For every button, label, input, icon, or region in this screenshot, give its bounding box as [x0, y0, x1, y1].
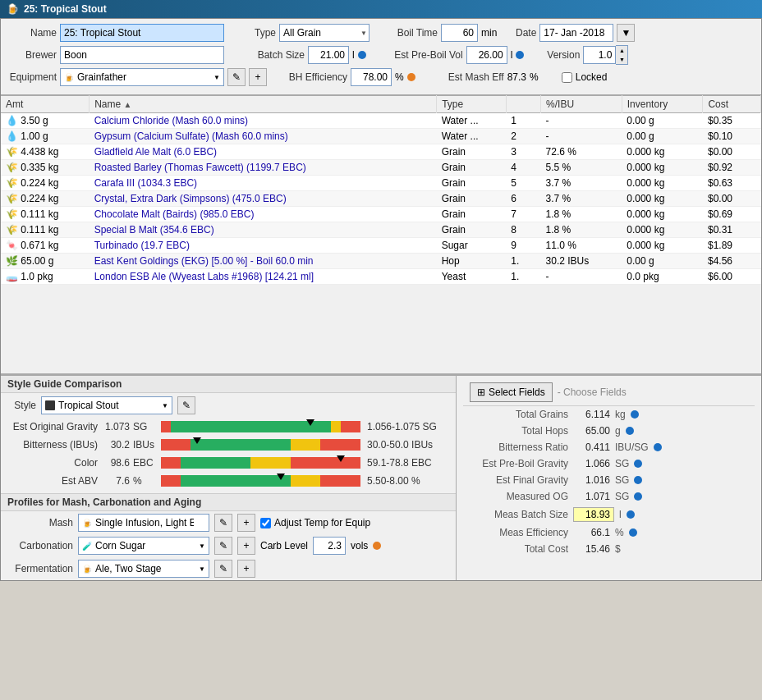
col-name[interactable]: Name ▲ — [90, 96, 437, 113]
cell-pct-ibu: 3.7 % — [541, 191, 622, 207]
cell-num: 5 — [506, 176, 540, 191]
carbonation-add-btn[interactable]: + — [237, 537, 255, 555]
fermentation-edit-btn[interactable]: ✎ — [214, 560, 232, 578]
cell-amt: 🌾 0.335 kg — [1, 160, 90, 176]
cell-inventory: 0.000 kg — [622, 160, 703, 176]
table-row[interactable]: 🌾 0.111 kg Chocolate Malt (Bairds) (985.… — [1, 207, 761, 222]
mash-select[interactable]: 🍺 Single Infusion, Light Body, No Ma... — [78, 514, 209, 532]
gauge-unit: % — [133, 475, 158, 487]
bh-efficiency-unit: % — [395, 71, 404, 83]
locked-checkbox[interactable] — [562, 72, 572, 83]
equipment-add-btn[interactable]: + — [249, 68, 267, 86]
carb-level-input[interactable] — [313, 537, 346, 555]
bar-segment — [331, 421, 341, 432]
field-dot — [634, 476, 642, 484]
batch-size-input[interactable] — [308, 46, 349, 64]
select-fields-button[interactable]: ⊞ Select Fields — [470, 382, 553, 402]
field-row: Total Cost 15.46 $ — [463, 541, 755, 557]
col-pct-ibu[interactable]: %/IBU — [541, 96, 622, 113]
date-input[interactable] — [539, 24, 613, 42]
cell-cost: $4.56 — [703, 254, 761, 269]
name-input[interactable] — [60, 24, 224, 42]
est-mash-eff-unit: % — [530, 71, 539, 83]
cell-name: Gladfield Ale Malt (6.0 EBC) — [90, 144, 437, 160]
equipment-edit-btn[interactable]: ✎ — [227, 68, 246, 86]
cell-name: Special B Malt (354.6 EBC) — [90, 222, 437, 238]
bh-efficiency-input[interactable] — [351, 68, 392, 86]
table-row[interactable]: 🌾 0.111 kg Special B Malt (354.6 EBC) Gr… — [1, 222, 761, 238]
cell-cost: $1.89 — [703, 238, 761, 254]
mash-edit-btn[interactable]: ✎ — [214, 514, 232, 532]
cell-pct-ibu: 3.7 % — [541, 176, 622, 191]
cell-name: East Kent Goldings (EKG) [5.00 %] - Boil… — [90, 254, 437, 269]
bar-segment — [250, 457, 291, 469]
cell-pct-ibu: - — [541, 269, 622, 285]
cell-inventory: 0.00 g — [622, 129, 703, 144]
col-cost[interactable]: Cost — [703, 96, 761, 113]
style-edit-btn[interactable]: ✎ — [177, 396, 195, 414]
form-row-1: Name Type All Grain Boil Time min Date ▼ — [7, 24, 755, 42]
version-up-button[interactable]: ▲ — [616, 46, 627, 55]
fermentation-select[interactable]: 🍺 Ale, Two Stage ▼ — [78, 560, 209, 578]
select-fields-label: Select Fields — [489, 387, 545, 398]
gauge-bar-container — [161, 456, 360, 469]
gauge-rows: Est Original Gravity 1.073 SG 1.056-1.07… — [1, 418, 456, 490]
field-value: 1.016 — [573, 474, 610, 486]
cell-amt: 🌾 0.224 kg — [1, 176, 90, 191]
table-row[interactable]: 🧫 1.0 pkg London ESB Ale (Wyeast Labs #1… — [1, 269, 761, 285]
table-row[interactable]: 💧 3.50 g Calcium Chloride (Mash 60.0 min… — [1, 113, 761, 129]
adjust-temp-checkbox[interactable] — [260, 518, 271, 528]
cell-num: 6 — [506, 191, 540, 207]
cell-inventory: 0.000 kg — [622, 176, 703, 191]
table-row[interactable]: 🌿 65.00 g East Kent Goldings (EKG) [5.00… — [1, 254, 761, 269]
table-row[interactable]: 🌾 0.224 kg Carafa III (1034.3 EBC) Grain… — [1, 176, 761, 191]
bar-segment — [291, 475, 320, 487]
field-input[interactable] — [573, 507, 614, 522]
table-row[interactable]: 🌾 4.438 kg Gladfield Ale Malt (6.0 EBC) … — [1, 144, 761, 160]
mash-add-btn[interactable]: + — [237, 514, 255, 532]
field-unit: SG — [615, 474, 629, 486]
form-section: Name Type All Grain Boil Time min Date ▼… — [1, 19, 761, 95]
bar-segment — [190, 439, 291, 451]
field-unit: g — [615, 425, 621, 437]
carbonation-select[interactable]: 🧪 Corn Sugar ▼ — [78, 537, 209, 555]
col-inventory[interactable]: Inventory — [622, 96, 703, 113]
table-row[interactable]: 💧 1.00 g Gypsum (Calcium Sulfate) (Mash … — [1, 129, 761, 144]
locked-checkbox-wrapper: Locked — [562, 71, 608, 83]
carbonation-arrow: ▼ — [199, 542, 205, 550]
version-down-button[interactable]: ▼ — [616, 55, 627, 64]
gauge-row: Bitterness (IBUs) 30.2 IBUs 30.0-50.0 IB… — [1, 436, 456, 454]
window-title: 25: Tropical Stout — [24, 3, 107, 15]
version-input[interactable] — [583, 46, 616, 64]
est-preboil-dot — [516, 51, 524, 59]
brewer-input[interactable] — [60, 46, 224, 64]
table-row[interactable]: 🍬 0.671 kg Turbinado (19.7 EBC) Sugar 9 … — [1, 238, 761, 254]
col-amt[interactable]: Amt — [1, 96, 90, 113]
table-row[interactable]: 🌾 0.224 kg Crystal, Extra Dark (Simpsons… — [1, 191, 761, 207]
bar-segment — [161, 421, 171, 432]
select-fields-bar: ⊞ Select Fields - Choose Fields — [463, 379, 755, 406]
cell-amt: 💧 1.00 g — [1, 129, 90, 144]
col-type[interactable]: Type — [437, 96, 507, 113]
cell-type: Grain — [437, 160, 507, 176]
fermentation-arrow: ▼ — [199, 565, 205, 573]
fermentation-add-btn[interactable]: + — [237, 560, 255, 578]
equipment-select[interactable]: 🍺 Grainfather ▼ — [60, 68, 224, 86]
style-select[interactable]: Tropical Stout ▼ — [41, 396, 172, 414]
version-spinbox-btns: ▲ ▼ — [616, 45, 628, 65]
date-label: Date — [512, 27, 536, 39]
equipment-label: Equipment — [7, 71, 57, 83]
table-row[interactable]: 🌾 0.335 kg Roasted Barley (Thomas Fawcet… — [1, 160, 761, 176]
gauge-label: Bitterness (IBUs) — [7, 439, 98, 451]
field-dot — [634, 460, 642, 468]
type-select[interactable]: All Grain — [279, 24, 370, 42]
est-preboil-vol-input[interactable] — [466, 46, 507, 64]
date-picker-button[interactable]: ▼ — [617, 24, 635, 42]
style-dropdown-arrow: ▼ — [162, 402, 168, 409]
batch-size-dot — [358, 51, 366, 59]
carbonation-edit-btn[interactable]: ✎ — [214, 537, 232, 555]
cell-num: 8 — [506, 222, 540, 238]
boil-time-input[interactable] — [441, 24, 478, 42]
gauge-row: Est ABV 7.6 % 5.50-8.00 % — [1, 472, 456, 490]
field-row: Meas Efficiency 66.1 % — [463, 524, 755, 541]
